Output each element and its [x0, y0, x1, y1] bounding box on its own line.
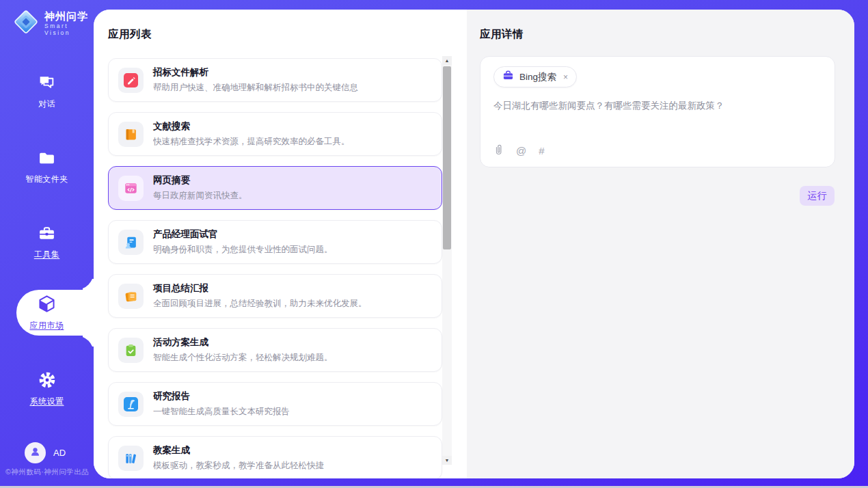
app-detail-title: 应用详情: [480, 27, 524, 42]
app-card-desc: 快速精准查找学术资源，提高研究效率的必备工具。: [153, 136, 350, 148]
app-card-desc: 明确身份和职责，为您提供专业性的面试问题。: [153, 244, 333, 256]
brand-diamond-icon: [12, 8, 40, 38]
copyright-footer: ©神州数码·神州问学出品: [5, 467, 89, 477]
prompt-text-input[interactable]: 今日湖北有哪些新闻要点？有哪些需要关注的最新政策？: [493, 99, 822, 113]
app-card[interactable]: 项目总结汇报 全面回顾项目进展，总结经验教训，助力未来优化发展。: [108, 274, 442, 318]
paperclip-icon[interactable]: [493, 144, 504, 158]
app-card-title: 研究报告: [153, 390, 290, 403]
brand-subtitle: Smart Vision: [44, 23, 94, 36]
sidebar-item-label: 智能文件夹: [25, 174, 68, 185]
web-code-icon: [118, 176, 144, 201]
avatar: [25, 442, 46, 463]
at-icon[interactable]: @: [516, 145, 526, 157]
sidebar: 神州问学 Smart Vision 对话 智能文件夹: [0, 0, 94, 486]
sidebar-item-chat[interactable]: 对话: [0, 74, 94, 110]
app-card-title: 活动方案生成: [153, 336, 333, 349]
app-card[interactable]: 文献搜索 快速精准查找学术资源，提高研究效率的必备工具。: [108, 112, 442, 156]
books-icon: [118, 446, 144, 471]
toolbox-icon: [38, 224, 56, 245]
app-card[interactable]: 教案生成 模板驱动，教案秒成，教学准备从此轻松快捷: [108, 436, 442, 478]
app-card-desc: 帮助用户快速、准确地理解和解析招标书中的关键信息: [153, 82, 358, 94]
app-card-title: 招标文件解析: [153, 66, 358, 79]
brand-name: 神州问学: [44, 10, 94, 23]
sidebar-item-label: 系统设置: [30, 396, 64, 407]
scroll-up-icon[interactable]: ▲: [442, 56, 452, 65]
sidebar-item-app-market[interactable]: 应用市场: [0, 294, 94, 331]
sidebar-item-smart-folder[interactable]: 智能文件夹: [0, 149, 94, 185]
chat-icon: [38, 74, 56, 95]
app-card[interactable]: 网页摘要 每日政府新闻资讯快查。: [108, 166, 442, 210]
scroll-down-icon[interactable]: ▼: [442, 456, 452, 465]
tool-tag-label: Bing搜索: [519, 71, 556, 83]
main-content: 应用列表 招标文件解析 帮助用户快速、准确地理解和解析招标书中的关键信息 文献搜…: [94, 10, 854, 478]
app-card[interactable]: 研究报告 一键智能生成高质量长文本研究报告: [108, 382, 442, 426]
run-button[interactable]: 运行: [800, 186, 835, 206]
sidebar-item-label: 工具集: [34, 249, 60, 260]
sidebar-item-label: 对话: [38, 98, 55, 110]
hash-icon[interactable]: #: [539, 145, 544, 157]
gear-icon: [38, 370, 57, 392]
prompt-card: Bing搜索 × 今日湖北有哪些新闻要点？有哪些需要关注的最新政策？ @ #: [480, 56, 835, 167]
tool-tag-bing-search[interactable]: Bing搜索 ×: [493, 66, 577, 87]
app-card-title: 产品经理面试官: [153, 228, 333, 241]
clipboard-check-icon: [118, 338, 144, 363]
app-card-title: 教案生成: [153, 444, 324, 457]
doc-edit-icon: [118, 68, 144, 93]
app-card-desc: 模板驱动，教案秒成，教学准备从此轻松快捷: [153, 460, 324, 472]
person-icon: [29, 445, 42, 461]
app-card-desc: 智能生成个性化活动方案，轻松解决规划难题。: [153, 352, 333, 364]
scrollbar-thumb[interactable]: [443, 66, 451, 249]
user-account[interactable]: AD: [25, 442, 66, 463]
app-card-desc: 一键智能生成高质量长文本研究报告: [153, 406, 290, 418]
folder-icon: [38, 149, 56, 170]
interview-doc-icon: [118, 230, 144, 255]
app-card[interactable]: 招标文件解析 帮助用户快速、准确地理解和解析招标书中的关键信息: [108, 58, 442, 102]
app-card-title: 项目总结汇报: [153, 282, 367, 295]
app-detail-panel: 应用详情 Bing搜索 × 今日湖北有哪些新闻要点？有哪些需要关注的最新政策？: [467, 10, 854, 478]
briefcase-icon: [502, 70, 514, 84]
app-list-panel: 应用列表 招标文件解析 帮助用户快速、准确地理解和解析招标书中的关键信息 文献搜…: [94, 10, 467, 478]
app-list: 招标文件解析 帮助用户快速、准确地理解和解析招标书中的关键信息 文献搜索 快速精…: [94, 10, 467, 478]
cube-icon: [37, 294, 57, 316]
sidebar-item-settings[interactable]: 系统设置: [0, 370, 94, 407]
scrollbar[interactable]: ▲ ▼: [442, 56, 452, 465]
brand-logo: 神州问学 Smart Vision: [12, 8, 94, 38]
app-card-title: 文献搜索: [153, 120, 350, 133]
prompt-toolbar: @ #: [493, 144, 545, 158]
close-icon[interactable]: ×: [562, 72, 568, 82]
book-icon: [118, 122, 144, 147]
sidebar-item-toolset[interactable]: 工具集: [0, 224, 94, 260]
app-card[interactable]: 产品经理面试官 明确身份和职责，为您提供专业性的面试问题。: [108, 220, 442, 264]
research-ink-icon: [118, 392, 144, 417]
app-card-desc: 全面回顾项目进展，总结经验教训，助力未来优化发展。: [153, 298, 367, 310]
app-card-title: 网页摘要: [153, 174, 247, 187]
sidebar-item-label: 应用市场: [30, 320, 64, 331]
app-card[interactable]: 活动方案生成 智能生成个性化活动方案，轻松解决规划难题。: [108, 328, 442, 372]
sticky-notes-icon: [118, 284, 144, 309]
app-card-desc: 每日政府新闻资讯快查。: [153, 190, 247, 202]
user-initials: AD: [53, 448, 66, 458]
